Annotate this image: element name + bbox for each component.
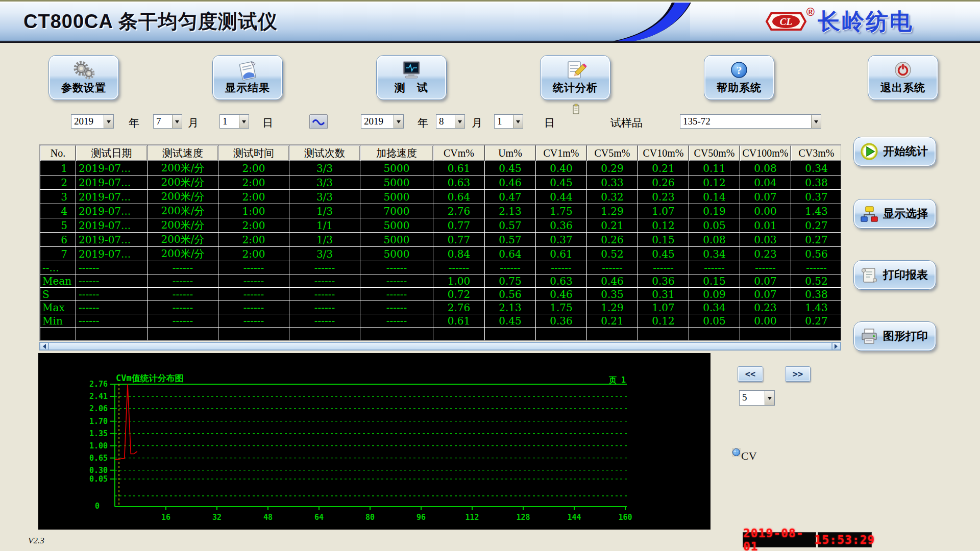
table-cell: ------ xyxy=(218,261,289,274)
table-row[interactable]: Max------------------------------2.762.1… xyxy=(40,301,842,314)
table-row[interactable]: 12019-07...200米/分2:003/350000.610.450.40… xyxy=(40,161,842,176)
column-header: 测试时间 xyxy=(218,145,289,161)
table-row[interactable]: --...-----------------------------------… xyxy=(40,261,842,274)
dropdown-arrow-icon xyxy=(172,115,182,128)
table-cell: 0.08 xyxy=(740,161,791,176)
next-page-button[interactable]: >> xyxy=(785,366,811,382)
table-cell: 0.46 xyxy=(587,274,638,288)
table-cell: 0.38 xyxy=(791,288,842,301)
end-day-select[interactable]: 1 xyxy=(494,114,523,129)
start-day-select[interactable]: 1 xyxy=(219,114,249,129)
svg-text:64: 64 xyxy=(314,513,324,522)
chart-title: CVm值统计分布图 xyxy=(116,372,184,384)
table-cell: 0.46 xyxy=(485,176,536,190)
table-cell: 0.52 xyxy=(791,274,842,288)
table-cell: 0.56 xyxy=(791,247,842,261)
table-cell: 1.29 xyxy=(587,301,638,314)
sample-select[interactable]: 135-72 xyxy=(680,114,821,129)
date-range-button[interactable] xyxy=(309,114,328,129)
table-cell: 0.61 xyxy=(433,161,485,176)
start-month-select[interactable]: 7 xyxy=(153,114,182,129)
table-cell: 0.35 xyxy=(587,288,638,301)
table-cell: 0.56 xyxy=(485,288,536,301)
svg-text:2.76: 2.76 xyxy=(89,380,108,389)
svg-text:1.00: 1.00 xyxy=(89,441,108,450)
table-cell: 0.47 xyxy=(485,190,536,204)
table-row[interactable]: 52019-07...200米/分2:001/150000.770.570.36… xyxy=(40,218,842,233)
table-row[interactable]: 22019-07...200米/分2:003/350000.630.460.45… xyxy=(40,176,842,190)
help-button[interactable]: ? 帮助系统 xyxy=(704,55,774,100)
end-month-label: 月 xyxy=(472,116,482,130)
print-report-label: 打印报表 xyxy=(883,267,928,283)
show-results-button[interactable]: 显示结果 xyxy=(212,55,283,100)
column-header: CV10m% xyxy=(638,145,689,161)
table-cell: ------ xyxy=(148,301,218,314)
table-cell: 0.57 xyxy=(485,218,536,233)
end-year-select[interactable]: 2019 xyxy=(361,114,404,129)
display-select-button[interactable]: 显示选择 xyxy=(853,199,936,229)
table-cell: 0.09 xyxy=(689,288,740,301)
table-cell: 6 xyxy=(40,233,76,247)
start-statistics-button[interactable]: 开始统计 xyxy=(853,137,936,166)
dropdown-arrow-icon xyxy=(765,391,774,405)
show-results-button-label: 显示结果 xyxy=(225,81,270,95)
gears-icon xyxy=(72,60,95,81)
table-cell: 0.61 xyxy=(433,314,485,328)
table-cell: ------ xyxy=(289,274,360,288)
start-year-select[interactable]: 2019 xyxy=(71,114,114,129)
settings-button[interactable]: 参数设置 xyxy=(48,55,119,100)
table-cell: 0.31 xyxy=(638,288,689,301)
scroll-left-arrow[interactable] xyxy=(40,342,48,350)
table-cell: 0.52 xyxy=(587,247,638,261)
cv-checkbox[interactable]: CV xyxy=(732,448,757,463)
table-cell: 1.29 xyxy=(587,204,638,218)
test-button[interactable]: 测 试 xyxy=(376,55,447,100)
start-day-label: 日 xyxy=(262,116,273,130)
table-cell: ------ xyxy=(148,314,218,328)
table-cell xyxy=(587,328,638,341)
horizontal-scrollbar[interactable] xyxy=(39,342,841,350)
column-header: Um% xyxy=(485,145,536,161)
table-cell: 0.45 xyxy=(485,161,536,176)
end-month-select[interactable]: 8 xyxy=(436,114,465,129)
table-row[interactable]: 32019-07...200米/分2:003/350000.640.470.44… xyxy=(40,190,842,204)
table-cell xyxy=(689,328,740,341)
table-row[interactable]: Min------------------------------0.610.4… xyxy=(40,314,842,328)
globe-icon xyxy=(732,448,741,457)
table-cell: ------ xyxy=(148,288,218,301)
table-cell: 200米/分 xyxy=(148,204,218,218)
table-row[interactable]: 62019-07...200米/分2:001/350000.770.570.37… xyxy=(40,233,842,247)
table-row[interactable]: 42019-07...200米/分1:001/370002.762.131.75… xyxy=(40,204,842,218)
page-size-select[interactable]: 5 xyxy=(739,390,775,406)
scrollbar-thumb[interactable] xyxy=(48,342,832,350)
table-cell: ------ xyxy=(689,261,740,274)
table-cell: 0.36 xyxy=(536,218,587,233)
svg-text:CL: CL xyxy=(780,16,792,27)
table-cell: 0.26 xyxy=(587,233,638,247)
print-report-button[interactable]: 打印报表 xyxy=(853,260,936,290)
table-cell: 200米/分 xyxy=(148,247,218,261)
print-graph-button[interactable]: 图形打印 xyxy=(853,321,936,351)
exit-button[interactable]: 退出系统 xyxy=(868,55,938,100)
table-cell: ------ xyxy=(148,261,218,274)
table-cell: ------ xyxy=(76,261,148,274)
svg-text:0.65: 0.65 xyxy=(89,454,108,463)
end-year-label: 年 xyxy=(418,116,428,130)
table-cell: 2019-07... xyxy=(76,176,148,190)
column-header: CVm% xyxy=(433,145,485,161)
table-row[interactable]: Mean------------------------------1.000.… xyxy=(40,274,842,288)
statistics-button-label: 统计分析 xyxy=(553,81,598,95)
table-cell: 1 xyxy=(40,161,76,176)
table-cell: 3/3 xyxy=(289,161,360,176)
table-row[interactable]: 72019-07...200米/分2:003/350000.840.640.61… xyxy=(40,247,842,261)
table-cell: 0.01 xyxy=(740,218,791,233)
table-cell: 5000 xyxy=(360,247,433,261)
svg-text:0.05: 0.05 xyxy=(89,474,108,484)
scroll-right-arrow[interactable] xyxy=(832,342,841,350)
table-cell: 0.32 xyxy=(587,190,638,204)
statistics-button[interactable]: 统计分析 xyxy=(540,55,610,100)
table-cell: 0.23 xyxy=(740,301,791,314)
prev-page-button[interactable]: << xyxy=(738,366,763,382)
table-row[interactable]: S------------------------------0.720.560… xyxy=(40,288,842,301)
column-header: 加捻速度 xyxy=(360,145,433,161)
